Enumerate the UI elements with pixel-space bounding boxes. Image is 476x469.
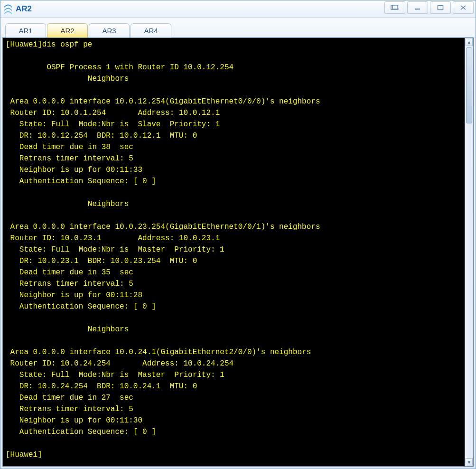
line: Authentication Sequence: [ 0 ]	[6, 177, 160, 186]
line: Authentication Sequence: [ 0 ]	[6, 428, 160, 436]
scroll-thumb[interactable]	[466, 47, 472, 123]
line: Neighbor is up for 00:11:30	[6, 416, 165, 425]
scroll-down-button[interactable]: ▼	[466, 458, 473, 466]
tab-label: AR3	[102, 27, 116, 35]
app-window: AR2 AR1 AR2 AR3 AR4 [Huawei]dis ospf pe …	[0, 0, 476, 469]
line: State: Full Mode:Nbr is Master Priority:…	[6, 371, 224, 379]
window-title: AR2	[16, 4, 32, 14]
line: Dead timer due in 38 sec	[6, 143, 138, 151]
line: DR: 10.0.24.254 BDR: 10.0.24.1 MTU: 0	[6, 382, 215, 391]
terminal-output[interactable]: [Huawei]dis ospf pe OSPF Process 1 with …	[3, 38, 465, 466]
tab-ar2[interactable]: AR2	[47, 23, 88, 38]
scroll-up-button[interactable]: ▲	[466, 38, 473, 46]
line: State: Full Mode:Nbr is Master Priority:…	[6, 245, 224, 254]
tabbar: AR1 AR2 AR3 AR4	[0, 18, 476, 38]
line: Area 0.0.0.0 interface 10.0.12.254(Gigab…	[6, 97, 320, 106]
close-button[interactable]	[453, 1, 474, 14]
line: Neighbor is up for 00:11:33	[6, 166, 165, 174]
line: Area 0.0.0.0 interface 10.0.23.254(Gigab…	[6, 223, 320, 231]
line: DR: 10.0.12.254 BDR: 10.0.12.1 MTU: 0	[6, 131, 215, 140]
tab-label: AR4	[144, 27, 158, 35]
line: [Huawei]dis ospf pe	[6, 40, 92, 49]
scrollbar[interactable]: ▲ ▼	[465, 38, 473, 466]
line: Dead timer due in 35 sec	[6, 268, 138, 277]
line: Router ID: 10.0.23.1 Address: 10.0.23.1	[6, 234, 261, 243]
terminal-container: [Huawei]dis ospf pe OSPF Process 1 with …	[2, 38, 474, 467]
line: OSPF Process 1 with Router ID 10.0.12.25…	[6, 63, 233, 72]
svg-rect-2	[415, 9, 420, 9]
titlebar: AR2	[0, 0, 476, 18]
line: State: Full Mode:Nbr is Slave Priority: …	[6, 120, 220, 129]
tab-label: AR1	[19, 27, 32, 35]
line: Neighbors	[6, 200, 133, 208]
line: Router ID: 10.0.24.254 Address: 10.0.24.…	[6, 359, 265, 368]
line: Neighbors	[6, 325, 133, 334]
line: Retrans timer interval: 5	[6, 405, 138, 413]
line: DR: 10.0.23.1 BDR: 10.0.23.254 MTU: 0	[6, 257, 215, 265]
maximize-button[interactable]	[430, 1, 451, 14]
window-pane-button[interactable]	[384, 1, 405, 14]
minimize-button[interactable]	[407, 1, 428, 14]
line: Neighbors	[6, 75, 133, 83]
tab-label: AR2	[60, 27, 74, 35]
line: Dead timer due in 27 sec	[6, 394, 138, 402]
window-controls	[383, 1, 474, 14]
tab-ar1[interactable]: AR1	[5, 23, 46, 38]
line: [Huawei]	[6, 450, 42, 459]
line: Area 0.0.0.0 interface 10.0.24.1(Gigabit…	[6, 348, 311, 356]
line: Retrans timer interval: 5	[6, 154, 138, 163]
tab-ar3[interactable]: AR3	[89, 23, 130, 38]
app-icon	[3, 4, 13, 14]
line: Retrans timer interval: 5	[6, 280, 138, 288]
line: Router ID: 10.0.1.254 Address: 10.0.12.1	[6, 109, 256, 117]
line: Authentication Sequence: [ 0 ]	[6, 302, 160, 311]
svg-rect-3	[438, 6, 443, 10]
tab-ar4[interactable]: AR4	[131, 23, 171, 38]
line: Neighbor is up for 00:11:28	[6, 291, 165, 300]
